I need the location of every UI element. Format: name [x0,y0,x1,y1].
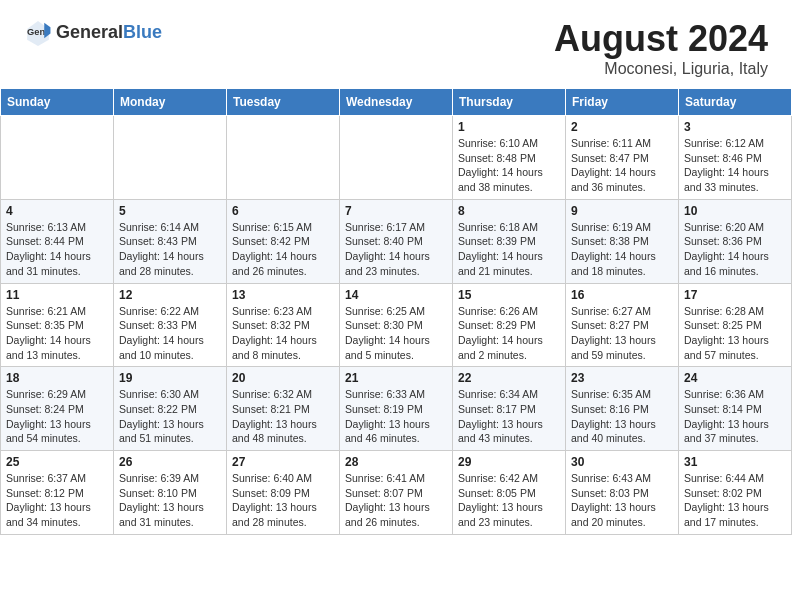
calendar-cell: 26Sunrise: 6:39 AM Sunset: 8:10 PM Dayli… [114,451,227,535]
day-info: Sunrise: 6:12 AM Sunset: 8:46 PM Dayligh… [684,136,786,195]
weekday-header: Friday [566,89,679,116]
day-info: Sunrise: 6:41 AM Sunset: 8:07 PM Dayligh… [345,471,447,530]
day-info: Sunrise: 6:30 AM Sunset: 8:22 PM Dayligh… [119,387,221,446]
calendar-cell [1,116,114,200]
day-info: Sunrise: 6:40 AM Sunset: 8:09 PM Dayligh… [232,471,334,530]
day-info: Sunrise: 6:32 AM Sunset: 8:21 PM Dayligh… [232,387,334,446]
day-info: Sunrise: 6:43 AM Sunset: 8:03 PM Dayligh… [571,471,673,530]
day-number: 11 [6,288,108,302]
day-number: 31 [684,455,786,469]
day-info: Sunrise: 6:35 AM Sunset: 8:16 PM Dayligh… [571,387,673,446]
weekday-header: Saturday [679,89,792,116]
calendar-cell: 14Sunrise: 6:25 AM Sunset: 8:30 PM Dayli… [340,283,453,367]
day-info: Sunrise: 6:33 AM Sunset: 8:19 PM Dayligh… [345,387,447,446]
calendar-cell [227,116,340,200]
day-info: Sunrise: 6:20 AM Sunset: 8:36 PM Dayligh… [684,220,786,279]
logo-blue: Blue [123,22,162,42]
page-header: Gen GeneralBlue August 2024 Moconesi, Li… [0,0,792,88]
calendar-cell: 17Sunrise: 6:28 AM Sunset: 8:25 PM Dayli… [679,283,792,367]
day-number: 1 [458,120,560,134]
weekday-header: Wednesday [340,89,453,116]
calendar-cell: 4Sunrise: 6:13 AM Sunset: 8:44 PM Daylig… [1,199,114,283]
day-number: 7 [345,204,447,218]
location-subtitle: Moconesi, Liguria, Italy [554,60,768,78]
day-number: 25 [6,455,108,469]
month-year-title: August 2024 [554,18,768,60]
day-number: 19 [119,371,221,385]
calendar-week-row: 25Sunrise: 6:37 AM Sunset: 8:12 PM Dayli… [1,451,792,535]
day-number: 22 [458,371,560,385]
day-info: Sunrise: 6:18 AM Sunset: 8:39 PM Dayligh… [458,220,560,279]
calendar-cell: 1Sunrise: 6:10 AM Sunset: 8:48 PM Daylig… [453,116,566,200]
day-info: Sunrise: 6:11 AM Sunset: 8:47 PM Dayligh… [571,136,673,195]
calendar-cell: 22Sunrise: 6:34 AM Sunset: 8:17 PM Dayli… [453,367,566,451]
day-info: Sunrise: 6:13 AM Sunset: 8:44 PM Dayligh… [6,220,108,279]
day-info: Sunrise: 6:42 AM Sunset: 8:05 PM Dayligh… [458,471,560,530]
day-number: 21 [345,371,447,385]
calendar-cell: 3Sunrise: 6:12 AM Sunset: 8:46 PM Daylig… [679,116,792,200]
logo-general: General [56,22,123,42]
title-block: August 2024 Moconesi, Liguria, Italy [554,18,768,78]
calendar-cell: 8Sunrise: 6:18 AM Sunset: 8:39 PM Daylig… [453,199,566,283]
day-number: 12 [119,288,221,302]
day-number: 8 [458,204,560,218]
day-number: 6 [232,204,334,218]
day-number: 17 [684,288,786,302]
calendar-cell: 25Sunrise: 6:37 AM Sunset: 8:12 PM Dayli… [1,451,114,535]
calendar-cell: 27Sunrise: 6:40 AM Sunset: 8:09 PM Dayli… [227,451,340,535]
calendar-cell [114,116,227,200]
day-number: 30 [571,455,673,469]
day-info: Sunrise: 6:37 AM Sunset: 8:12 PM Dayligh… [6,471,108,530]
day-info: Sunrise: 6:23 AM Sunset: 8:32 PM Dayligh… [232,304,334,363]
calendar-cell: 12Sunrise: 6:22 AM Sunset: 8:33 PM Dayli… [114,283,227,367]
day-number: 15 [458,288,560,302]
day-number: 28 [345,455,447,469]
calendar-week-row: 1Sunrise: 6:10 AM Sunset: 8:48 PM Daylig… [1,116,792,200]
calendar-cell: 15Sunrise: 6:26 AM Sunset: 8:29 PM Dayli… [453,283,566,367]
calendar-cell: 30Sunrise: 6:43 AM Sunset: 8:03 PM Dayli… [566,451,679,535]
calendar-cell: 21Sunrise: 6:33 AM Sunset: 8:19 PM Dayli… [340,367,453,451]
day-number: 16 [571,288,673,302]
calendar-cell: 28Sunrise: 6:41 AM Sunset: 8:07 PM Dayli… [340,451,453,535]
calendar-cell: 10Sunrise: 6:20 AM Sunset: 8:36 PM Dayli… [679,199,792,283]
calendar-cell [340,116,453,200]
day-number: 20 [232,371,334,385]
calendar-cell: 31Sunrise: 6:44 AM Sunset: 8:02 PM Dayli… [679,451,792,535]
day-info: Sunrise: 6:10 AM Sunset: 8:48 PM Dayligh… [458,136,560,195]
day-number: 5 [119,204,221,218]
day-info: Sunrise: 6:27 AM Sunset: 8:27 PM Dayligh… [571,304,673,363]
calendar-cell: 2Sunrise: 6:11 AM Sunset: 8:47 PM Daylig… [566,116,679,200]
day-number: 26 [119,455,221,469]
calendar-cell: 9Sunrise: 6:19 AM Sunset: 8:38 PM Daylig… [566,199,679,283]
day-info: Sunrise: 6:29 AM Sunset: 8:24 PM Dayligh… [6,387,108,446]
day-info: Sunrise: 6:25 AM Sunset: 8:30 PM Dayligh… [345,304,447,363]
day-number: 27 [232,455,334,469]
day-number: 24 [684,371,786,385]
calendar-week-row: 4Sunrise: 6:13 AM Sunset: 8:44 PM Daylig… [1,199,792,283]
day-number: 4 [6,204,108,218]
day-number: 3 [684,120,786,134]
day-number: 10 [684,204,786,218]
day-info: Sunrise: 6:44 AM Sunset: 8:02 PM Dayligh… [684,471,786,530]
day-info: Sunrise: 6:22 AM Sunset: 8:33 PM Dayligh… [119,304,221,363]
calendar-cell: 19Sunrise: 6:30 AM Sunset: 8:22 PM Dayli… [114,367,227,451]
calendar-cell: 29Sunrise: 6:42 AM Sunset: 8:05 PM Dayli… [453,451,566,535]
calendar-cell: 6Sunrise: 6:15 AM Sunset: 8:42 PM Daylig… [227,199,340,283]
calendar-week-row: 11Sunrise: 6:21 AM Sunset: 8:35 PM Dayli… [1,283,792,367]
calendar-cell: 24Sunrise: 6:36 AM Sunset: 8:14 PM Dayli… [679,367,792,451]
calendar-cell: 11Sunrise: 6:21 AM Sunset: 8:35 PM Dayli… [1,283,114,367]
day-number: 29 [458,455,560,469]
calendar-cell: 7Sunrise: 6:17 AM Sunset: 8:40 PM Daylig… [340,199,453,283]
calendar-cell: 16Sunrise: 6:27 AM Sunset: 8:27 PM Dayli… [566,283,679,367]
weekday-header: Monday [114,89,227,116]
day-number: 13 [232,288,334,302]
calendar-cell: 20Sunrise: 6:32 AM Sunset: 8:21 PM Dayli… [227,367,340,451]
day-number: 18 [6,371,108,385]
weekday-header: Tuesday [227,89,340,116]
day-info: Sunrise: 6:14 AM Sunset: 8:43 PM Dayligh… [119,220,221,279]
day-number: 2 [571,120,673,134]
weekday-header-row: SundayMondayTuesdayWednesdayThursdayFrid… [1,89,792,116]
weekday-header: Thursday [453,89,566,116]
calendar-cell: 5Sunrise: 6:14 AM Sunset: 8:43 PM Daylig… [114,199,227,283]
calendar-table: SundayMondayTuesdayWednesdayThursdayFrid… [0,88,792,535]
